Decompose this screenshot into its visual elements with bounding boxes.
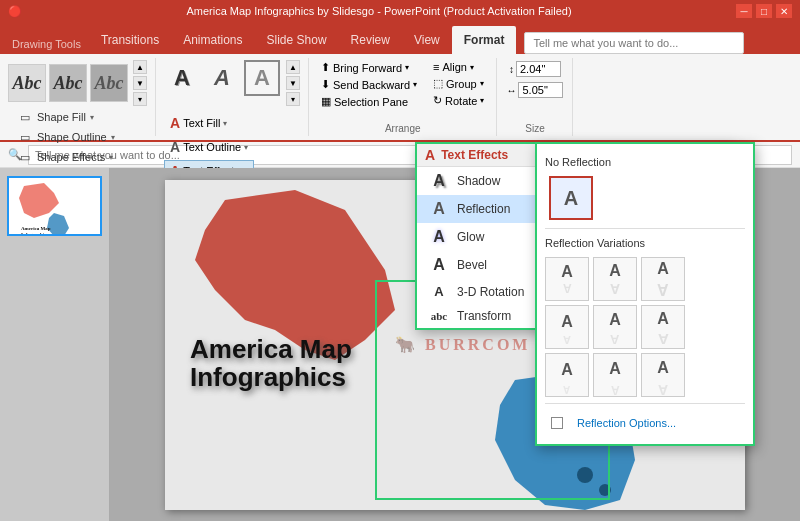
tab-transitions[interactable]: Transitions <box>89 26 171 54</box>
bevel-icon: A <box>429 256 449 274</box>
reflection-var-8[interactable]: A A <box>593 353 637 397</box>
tab-format[interactable]: Format <box>452 26 517 54</box>
shape-fill-icon: ▭ <box>17 109 33 125</box>
close-button[interactable]: ✕ <box>776 4 792 18</box>
title-bar-icon: 🔴 <box>8 5 22 18</box>
shape-outline-icon: ▭ <box>17 129 33 145</box>
glow-icon: A <box>429 228 449 246</box>
bevel-label: Bevel <box>457 258 487 272</box>
reflection-var-4[interactable]: A A <box>545 305 589 349</box>
height-input[interactable] <box>516 61 561 77</box>
shape-previews-container: Abc Abc Abc ▲ ▼ ▾ ▭ <box>8 60 147 166</box>
text-outline-button[interactable]: A Text Outline ▾ <box>164 136 254 158</box>
reflection-var-5[interactable]: A A <box>593 305 637 349</box>
ribbon-search-area[interactable] <box>516 32 800 54</box>
reflection-checkbox[interactable] <box>551 417 563 429</box>
wordart-scroll-down[interactable]: ▼ <box>286 76 300 90</box>
text-outline-label: Text Outline <box>183 141 241 153</box>
shape-styles-content: Abc Abc Abc ▲ ▼ ▾ ▭ <box>8 60 147 166</box>
size-group: ↕ ↔ Size <box>497 58 573 136</box>
group-arrow: ▾ <box>480 79 484 88</box>
selection-pane-label: Selection Pane <box>334 96 408 108</box>
width-label: ↔ <box>506 85 516 96</box>
bring-forward-label: Bring Forward <box>333 62 402 74</box>
shape-preview-3[interactable]: Abc <box>90 64 128 102</box>
group-button[interactable]: ⬚ Group ▾ <box>429 76 488 91</box>
bring-forward-button[interactable]: ⬆ Bring Forward ▾ <box>317 60 421 75</box>
rotate-label: Rotate <box>445 95 477 107</box>
slide-title-line2: Infographics <box>190 363 370 392</box>
reflection-options-link[interactable]: Reflection Options... <box>571 413 682 433</box>
text-fill-button[interactable]: A Text Fill ▾ <box>164 112 254 134</box>
reflection-var-3[interactable]: A A <box>641 257 685 301</box>
wordart-preview-2[interactable]: A <box>204 60 240 96</box>
rotate-arrow: ▾ <box>480 96 484 105</box>
reflection-var-9[interactable]: A A <box>641 353 685 397</box>
reflection-submenu[interactable]: No Reflection A Reflection Variations A … <box>535 142 755 446</box>
no-reflection-box[interactable]: A <box>549 176 593 220</box>
reflection-options-row[interactable]: Reflection Options... <box>545 410 745 436</box>
search-input[interactable] <box>524 32 744 54</box>
scroll-down-button[interactable]: ▼ <box>133 76 147 90</box>
send-backward-button[interactable]: ⬇ Send Backward ▾ <box>317 77 421 92</box>
tab-animations[interactable]: Animations <box>171 26 254 54</box>
slide-title-line1: America Map <box>190 335 370 364</box>
shape-preview-2[interactable]: Abc <box>49 64 87 102</box>
wordart-preview-3[interactable]: A <box>244 60 280 96</box>
tab-view[interactable]: View <box>402 26 452 54</box>
group-label: Group <box>446 78 477 90</box>
rotate-button[interactable]: ↻ Rotate ▾ <box>429 93 488 108</box>
shape-effects-option[interactable]: ▭ Shape Effects ▾ <box>14 148 147 166</box>
maximize-button[interactable]: □ <box>756 4 772 18</box>
scroll-expand-button[interactable]: ▾ <box>133 92 147 106</box>
shape-scroll-buttons[interactable]: ▲ ▼ ▾ <box>133 60 147 106</box>
send-backward-icon: ⬇ <box>321 78 330 91</box>
tab-slideshow[interactable]: Slide Show <box>255 26 339 54</box>
selection-pane-icon: ▦ <box>321 95 331 108</box>
reflection-var-1[interactable]: A A <box>545 257 589 301</box>
reflection-variations-title: Reflection Variations <box>545 235 745 253</box>
shape-options: ▭ Shape Fill ▾ ▭ Shape Outline ▾ ▭ Shape… <box>14 108 147 166</box>
svg-point-10 <box>577 467 593 483</box>
align-button[interactable]: ≡ Align ▾ <box>429 60 488 74</box>
shadow-icon: A <box>429 172 449 190</box>
shape-effects-label: Shape Effects <box>37 151 105 163</box>
reflection-label: Reflection <box>457 202 510 216</box>
text-effects-header-icon: A <box>425 147 435 163</box>
svg-text:America Map: America Map <box>21 226 51 231</box>
reflection-var-6[interactable]: A A <box>641 305 685 349</box>
no-reflection-preview: A <box>545 174 745 222</box>
wordart-preview-1[interactable]: A <box>164 60 200 96</box>
ribbon-content: Abc Abc Abc ▲ ▼ ▾ ▭ <box>0 54 800 142</box>
minimize-button[interactable]: ─ <box>736 4 752 18</box>
height-label: ↕ <box>509 64 514 75</box>
tab-review[interactable]: Review <box>339 26 402 54</box>
arrange-left-col: ⬆ Bring Forward ▾ ⬇ Send Backward ▾ ▦ Se… <box>317 60 421 109</box>
shape-outline-option[interactable]: ▭ Shape Outline ▾ <box>14 128 147 146</box>
slide-text-box[interactable]: America Map Infographics <box>190 335 370 392</box>
svg-point-11 <box>599 484 611 496</box>
text-outline-arrow: ▾ <box>244 143 248 152</box>
window-controls[interactable]: ─ □ ✕ <box>736 4 792 18</box>
shape-fill-option[interactable]: ▭ Shape Fill ▾ <box>14 108 147 126</box>
reflection-divider-2 <box>545 403 745 404</box>
scroll-up-button[interactable]: ▲ <box>133 60 147 74</box>
title-bar: 🔴 America Map Infographics by Slidesgo -… <box>0 0 800 22</box>
text-fill-label: Text Fill <box>183 117 220 129</box>
wordart-scroll-up[interactable]: ▲ <box>286 60 300 74</box>
send-backward-label: Send Backward <box>333 79 410 91</box>
reflection-var-7[interactable]: A A <box>545 353 589 397</box>
slide-thumbnail[interactable]: America Map Infographics <box>7 176 102 236</box>
ribbon-tabs: Drawing Tools Transitions Animations Sli… <box>0 22 800 54</box>
width-input-group: ↔ <box>505 81 564 99</box>
transform-label: Transform <box>457 309 511 323</box>
reflection-var-2[interactable]: A A <box>593 257 637 301</box>
shape-preview-1[interactable]: Abc <box>8 64 46 102</box>
selection-pane-button[interactable]: ▦ Selection Pane <box>317 94 421 109</box>
wordart-scroll-expand[interactable]: ▾ <box>286 92 300 106</box>
send-backward-arrow: ▾ <box>413 80 417 89</box>
slide-nav-item[interactable]: 1 America Map Infographics <box>7 176 102 242</box>
text-effects-header-label: Text Effects <box>441 148 508 162</box>
wordart-scroll[interactable]: ▲ ▼ ▾ <box>286 60 300 106</box>
width-input[interactable] <box>518 82 563 98</box>
